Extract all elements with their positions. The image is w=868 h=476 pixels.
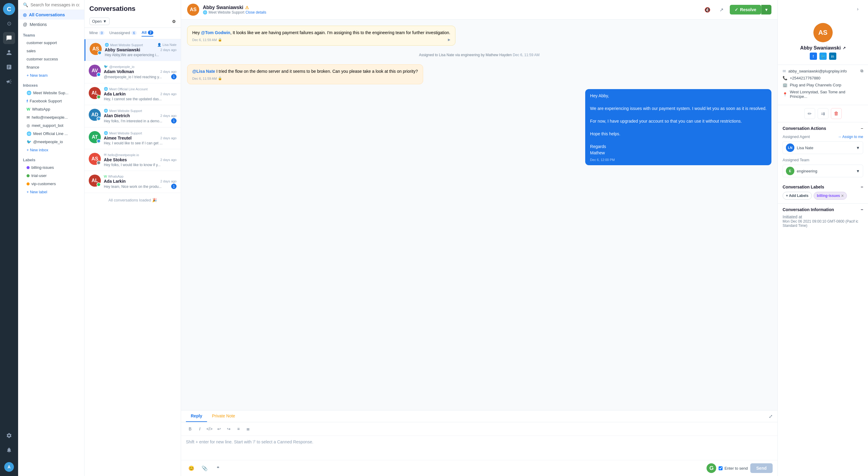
send-button[interactable]: Send (750, 463, 773, 473)
conversations-title: Conversations (89, 5, 176, 13)
contacts-nav-icon[interactable] (3, 47, 15, 59)
linkedin-social-icon[interactable]: in (829, 53, 836, 60)
conv-item-4[interactable]: AD 🌐 Meet Website Support Alan Dietrich … (85, 105, 181, 127)
code-button[interactable]: </> (205, 425, 214, 433)
team-select[interactable]: E engineering ▼ (783, 165, 863, 177)
attachment-button[interactable]: 📎 (199, 463, 210, 474)
settings-nav-icon[interactable] (3, 429, 15, 442)
redo-button[interactable]: ↪ (224, 425, 233, 433)
sidebar-item-finance[interactable]: finance (18, 63, 84, 71)
panel-toggle: › (778, 0, 868, 18)
close-details-link[interactable]: Close details (246, 10, 267, 14)
add-labels-button[interactable]: + Add Labels (783, 192, 812, 200)
sidebar-item-mentions[interactable]: @ Mentions (18, 20, 84, 29)
status-select[interactable]: Open ▼ (89, 18, 110, 25)
sidebar: 🔍 ◎ All Conversations @ Mentions Teams c… (18, 0, 85, 476)
collapse-panel-button[interactable]: › (852, 4, 863, 14)
filter-icon[interactable]: ⚙ (172, 19, 176, 24)
undo-button[interactable]: ↩ (215, 425, 223, 433)
conv-item-6[interactable]: AS ✉ hello@meetpeople.io Abe Stokes 2 da… (85, 149, 181, 171)
assign-me-link[interactable]: → Assign to me (838, 135, 863, 139)
italic-button[interactable]: I (195, 425, 204, 433)
enter-to-send-label[interactable]: Enter to send (719, 466, 748, 471)
conv-item-1[interactable]: AS 🌐 Meet Website Support 👤 Lisa Nate Ab… (85, 39, 181, 61)
delete-contact-button[interactable]: 🗑 (831, 108, 842, 119)
vip-customers-dot (27, 182, 30, 185)
sidebar-item-sales[interactable]: sales (18, 47, 84, 55)
new-inbox-button[interactable]: + New inbox (18, 146, 84, 154)
assigned-agent-label: Assigned Agent (783, 135, 810, 139)
bold-button[interactable]: B (186, 425, 194, 433)
search-bar[interactable]: 🔍 (18, 0, 84, 10)
conv-item-5[interactable]: AT 🌐 Meet Website Support Aimee Treutel … (85, 127, 181, 149)
message-1-time: Dec 6, 11:59 AM 🔒 ▶ (192, 38, 450, 42)
mute-button[interactable]: 🔇 (702, 4, 713, 15)
reports-nav-icon[interactable] (3, 61, 15, 73)
chat-nav-icon[interactable] (3, 32, 15, 44)
notifications-nav-icon[interactable] (3, 444, 15, 456)
sidebar-item-bot[interactable]: ◎ meet_support_bot (18, 121, 84, 129)
message-3-time: Dec 6, 12:00 PM (590, 158, 767, 161)
campaigns-nav-icon[interactable] (3, 76, 15, 88)
reply-tab[interactable]: Reply (186, 411, 207, 422)
ol-button[interactable]: ≣ (244, 425, 252, 433)
phone-info-icon: 📞 (783, 76, 787, 80)
external-link-icon[interactable]: ↗ (843, 46, 846, 50)
conv-item-7[interactable]: AL W WhatsApp Ada Larkin 2 days ago Hey … (85, 171, 181, 193)
home-nav-icon[interactable]: ⊙ (3, 18, 15, 30)
quote-button[interactable]: ❝ (213, 463, 223, 474)
ul-button[interactable]: ≡ (234, 425, 243, 433)
whatsapp-icon: W (27, 107, 30, 112)
sidebar-item-vip-customers[interactable]: vip-customers (18, 180, 84, 188)
sidebar-item-facebook[interactable]: f Facebook Support (18, 97, 84, 105)
chat-header-actions: 🔇 ↗ ✓ Resolve ▼ (702, 4, 771, 15)
sidebar-item-customer-success[interactable]: customer success (18, 55, 84, 63)
sidebar-item-official-line[interactable]: 🌐 Meet Official Line ... (18, 129, 84, 138)
assigned-message: Assigned to Lisa Nate via engineering by… (187, 51, 771, 59)
sidebar-item-twitter[interactable]: 🐦 @meetpeople_io (18, 138, 84, 146)
sidebar-item-trial-user[interactable]: trial-user (18, 172, 84, 180)
resolve-arrow-button[interactable]: ▼ (761, 5, 771, 14)
conv-content-1: 🌐 Meet Website Support 👤 Lisa Nate Abby … (105, 43, 177, 57)
sidebar-item-all-conversations[interactable]: ◎ All Conversations (18, 10, 84, 20)
conv-item-2[interactable]: AV 🐦 @meetpeople_io Adam Volkman 2 days … (85, 61, 181, 83)
agent-select[interactable]: LN Lisa Nate ▼ (783, 141, 863, 154)
enter-to-send-checkbox[interactable] (719, 466, 722, 470)
private-note-tab[interactable]: Private Note (207, 411, 240, 422)
tab-unassigned[interactable]: Unassigned 6 (109, 30, 137, 36)
search-input[interactable] (30, 2, 80, 7)
copy-email-icon[interactable]: ⧉ (861, 68, 863, 73)
resolve-button[interactable]: ✓ Resolve (730, 5, 761, 14)
conv-name-6: Abe Stokes (104, 157, 127, 162)
user-avatar-nav[interactable]: A (3, 461, 15, 473)
conv-content-5: 🌐 Meet Website Support Aimee Treutel 2 d… (104, 131, 177, 145)
app-logo[interactable]: C (3, 3, 15, 15)
tab-all[interactable]: All 7 (142, 30, 153, 36)
right-panel: › AS Abby Swaniawski ↗ f 🐦 in ✉ abby_swa… (777, 0, 868, 476)
merge-contact-button[interactable]: ⇉ (817, 108, 829, 119)
billing-issues-tag[interactable]: billing-issues × (814, 192, 847, 200)
sidebar-item-meet-website[interactable]: 🌐 Meet Website Sup... (18, 89, 84, 97)
assigned-team-row: Assigned Team (783, 158, 863, 162)
sidebar-item-customer-support[interactable]: customer support (18, 39, 84, 47)
mention-lisa: @Lisa Nate (192, 69, 215, 74)
sidebar-item-billing-issues[interactable]: billing-issues (18, 163, 84, 172)
conv-time-6: 2 days ago (160, 158, 177, 161)
share-button[interactable]: ↗ (716, 4, 727, 15)
avatar-badge-5 (97, 139, 101, 143)
sidebar-item-email[interactable]: ✉ hello@meetpeople... (18, 113, 84, 121)
editor-body[interactable]: Shift + enter for new line. Start with '… (181, 436, 777, 460)
expand-editor-button[interactable]: ⤢ (769, 411, 773, 422)
remove-billing-label-button[interactable]: × (841, 193, 843, 198)
emoji-button[interactable]: 😊 (186, 463, 197, 474)
tab-mine[interactable]: Mine 0 (89, 30, 104, 36)
facebook-social-icon[interactable]: f (810, 53, 817, 60)
conv-actions-header[interactable]: Conversation Actions − (778, 122, 868, 135)
twitter-social-icon[interactable]: 🐦 (819, 53, 827, 60)
edit-contact-button[interactable]: ✏ (804, 108, 815, 119)
sidebar-item-whatsapp[interactable]: W WhatsApp (18, 105, 84, 113)
conv-item-3[interactable]: AL 🌐 Meet Official Line Account Ada Lark… (85, 83, 181, 105)
new-label-button[interactable]: + New label (18, 188, 84, 196)
conv-info-section: Conversation Information − Initiated at … (778, 204, 868, 231)
new-team-button[interactable]: + New team (18, 71, 84, 80)
